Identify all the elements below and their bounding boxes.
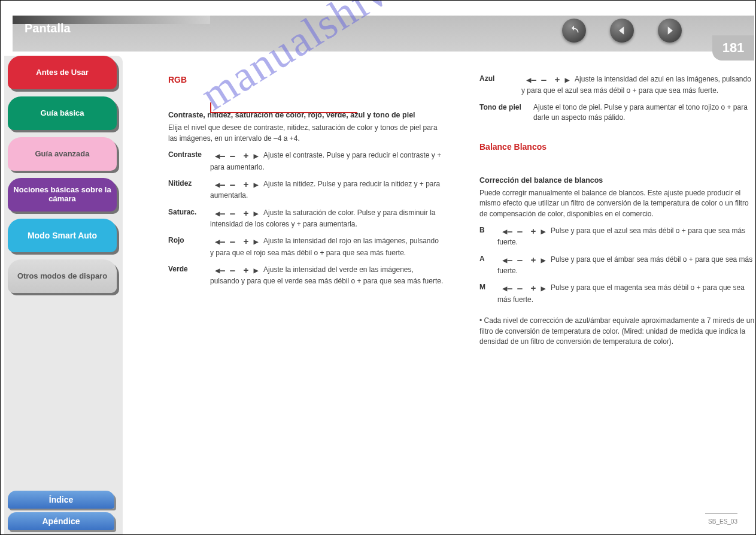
section-heading-rgb: RGB	[168, 74, 444, 86]
minus-icon: –	[502, 282, 523, 294]
minus-icon: –	[215, 207, 235, 219]
plus-icon: +	[531, 282, 546, 294]
row-a: A –+Pulse y para que el ámbar sea más dé…	[479, 254, 755, 277]
label-azul: Azul	[479, 74, 521, 84]
sidebar-tab-label: Antes de Usar	[36, 68, 88, 77]
wb-note: • Cada nivel de corrección de azul/ámbar…	[479, 316, 755, 347]
row-azul: Azul –+Ajuste la intensidad del azul en …	[479, 74, 755, 96]
row-m: M –+Pulse y para que el magenta sea más …	[479, 282, 755, 305]
desc-azul: –+Ajuste la intensidad del azul en las i…	[521, 74, 755, 96]
desc-b: –+Pulse y para que el azul sea más débil…	[497, 225, 755, 248]
next-button[interactable]	[658, 19, 682, 43]
label-nitidez: Nitidez	[168, 179, 210, 189]
undo-icon	[568, 25, 580, 37]
sidebar-tab-smart-auto[interactable]: Modo Smart Auto	[8, 219, 117, 252]
sidebar-bottom-label: Apéndice	[42, 516, 80, 526]
content-area: RGB Contraste, nitidez, saturación de co…	[126, 56, 749, 528]
minus-icon: –	[215, 235, 235, 247]
footer-divider	[705, 513, 737, 514]
label-tono-piel: Tono de piel	[479, 102, 533, 113]
label-m: M	[479, 282, 497, 292]
triangle-left-icon	[616, 25, 628, 37]
row-verde: Verde –+Ajuste la intensidad del verde e…	[168, 264, 444, 287]
minus-icon: –	[215, 179, 235, 191]
desc-rojo: –+Ajuste la intensidad del rojo en las i…	[210, 235, 444, 258]
desc-a: –+Pulse y para que el ámbar sea más débi…	[497, 254, 755, 277]
row-b: B –+Pulse y para que el azul sea más déb…	[479, 225, 755, 248]
row-saturac: Saturac. –+Ajuste la saturación de color…	[168, 207, 444, 230]
plus-icon: +	[531, 254, 546, 266]
topbar-title: Pantalla	[25, 22, 71, 35]
sidebar-tab-label: Otros modos de disparo	[17, 272, 107, 281]
sidebar-tab-other-modes[interactable]: Otros modos de disparo	[8, 259, 117, 293]
item-text: Ajuste el tono de piel. Pulse y para aum…	[533, 103, 748, 122]
sidebar-tab-basic-guide[interactable]: Guía básica	[8, 96, 117, 130]
triangle-right-icon	[664, 25, 676, 37]
heading-underline	[210, 102, 357, 113]
left-intro: Elija el nivel que desee de contraste, n…	[168, 123, 444, 144]
label-a: A	[479, 254, 497, 264]
section-heading-wb: Balance Blancos	[479, 141, 755, 153]
row-tono-piel: Tono de piel Ajuste el tono de piel. Pul…	[479, 102, 755, 123]
minus-icon: –	[215, 150, 235, 162]
desc-m: –+Pulse y para que el magenta sea más dé…	[497, 282, 755, 305]
sidebar-tab-label: Guía avanzada	[35, 150, 89, 159]
sidebar-tab-label: Guía básica	[41, 109, 84, 118]
sidebar-bottom-index[interactable]: Índice	[8, 491, 114, 509]
label-b: B	[479, 225, 497, 235]
plus-icon: +	[244, 207, 259, 219]
sidebar-tab-label: Modo Smart Auto	[28, 231, 97, 240]
desc-saturac: –+Ajuste la saturación de color. Pulse y…	[210, 207, 444, 230]
label-rojo: Rojo	[168, 235, 210, 246]
desc-contraste: –+Ajuste el contraste. Pulse y para redu…	[210, 150, 444, 173]
plus-icon: +	[244, 179, 259, 191]
sidebar-bottom-appendix[interactable]: Apéndice	[8, 512, 114, 530]
desc-nitidez: –+Ajuste la nitidez. Pulse y para reduci…	[210, 179, 444, 201]
row-nitidez: Nitidez –+Ajuste la nitidez. Pulse y par…	[168, 179, 444, 201]
plus-icon: +	[244, 235, 259, 247]
left-column: RGB Contraste, nitidez, saturación de co…	[168, 74, 444, 293]
footer-text: SB_ES_03	[708, 518, 737, 525]
right-column: Azul –+Ajuste la intensidad del azul en …	[479, 68, 755, 349]
sidebar-tab-before-use[interactable]: Antes de Usar	[8, 56, 117, 89]
plus-icon: +	[244, 264, 259, 276]
label-verde: Verde	[168, 264, 210, 274]
minus-icon: –	[215, 264, 235, 276]
desc-tono-piel: Ajuste el tono de piel. Pulse y para aum…	[533, 102, 755, 123]
right-intro-bold: Corrección del balance de blancos	[479, 175, 755, 186]
back-button[interactable]	[562, 19, 586, 43]
page: Pantalla 181 Antes de Usar Guía básica G…	[0, 0, 756, 535]
minus-icon: –	[526, 74, 546, 86]
sidebar-tab-label: Nociones básicas sobre la cámara	[11, 186, 113, 204]
sidebar-tab-camera-basics[interactable]: Nociones básicas sobre la cámara	[8, 178, 117, 211]
prev-button[interactable]	[610, 19, 634, 43]
plus-icon: +	[531, 225, 546, 237]
row-rojo: Rojo –+Ajuste la intensidad del rojo en …	[168, 235, 444, 258]
row-contraste: Contraste –+Ajuste el contraste. Pulse y…	[168, 150, 444, 173]
minus-icon: –	[502, 225, 523, 237]
plus-icon: +	[555, 74, 570, 86]
sidebar-tab-advanced-guide[interactable]: Guía avanzada	[8, 137, 117, 171]
minus-icon: –	[502, 254, 523, 266]
label-contraste: Contraste	[168, 150, 210, 160]
desc-verde: –+Ajuste la intensidad del verde en las …	[210, 264, 444, 287]
plus-icon: +	[244, 150, 259, 162]
sidebar-bottom-label: Índice	[49, 495, 73, 504]
label-saturac: Saturac.	[168, 207, 210, 217]
right-intro: Puede corregir manualmente el balance de…	[479, 188, 755, 219]
